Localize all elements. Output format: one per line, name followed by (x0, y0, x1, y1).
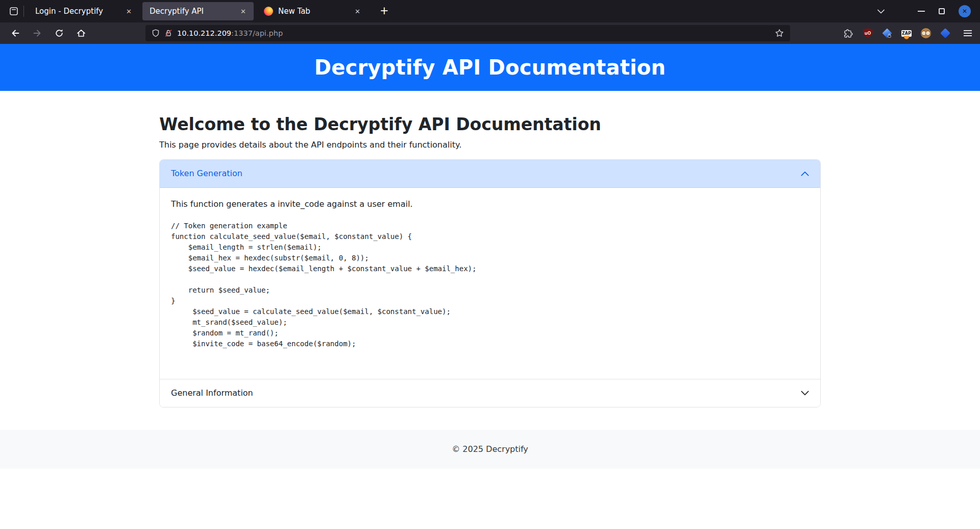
tab-decryptify-api[interactable]: Decryptify API ✕ (142, 2, 254, 20)
ublock-shield-icon: uO (863, 29, 873, 38)
tab-separator (23, 6, 24, 17)
home-icon (77, 29, 86, 38)
firefox-view-icon (9, 6, 19, 16)
foxyproxy-button[interactable] (940, 28, 950, 38)
firefox-logo-icon (264, 7, 273, 16)
tab-title: New Tab (278, 7, 347, 16)
window-close-button[interactable]: ✕ (959, 5, 971, 17)
token-generation-description: This function generates a invite_code ag… (171, 198, 809, 210)
url-text[interactable]: 10.10.212.209:1337/api.php (177, 29, 775, 37)
owl-icon (921, 28, 931, 38)
new-tab-button[interactable]: + (375, 5, 394, 18)
list-all-tabs-button[interactable] (874, 4, 888, 18)
extensions-puzzle-button[interactable] (843, 28, 853, 38)
token-generation-code-block: // Token generation example function cal… (171, 221, 809, 349)
banner-title: Decryptify API Documentation (314, 56, 666, 79)
accordion-title: General Information (171, 387, 253, 399)
accordion-body-token-generation: This function generates a invite_code ag… (160, 188, 820, 379)
owl-extension-button[interactable] (921, 28, 931, 38)
forward-arrow-icon (33, 29, 42, 38)
reload-button[interactable] (52, 26, 66, 40)
window-maximize-button[interactable] (939, 8, 945, 14)
accordion-title: Token Generation (171, 167, 242, 180)
close-tab-icon[interactable]: ✕ (124, 7, 134, 16)
back-arrow-icon (11, 29, 20, 38)
bookmark-star-icon[interactable] (775, 29, 784, 38)
window-controls: ✕ (918, 5, 971, 17)
browser-nav-toolbar: 10.10.212.209:1337/api.php uO ZAP (0, 22, 980, 44)
chevron-down-icon (801, 391, 809, 396)
blue-diamond-icon (940, 28, 950, 38)
page-footer: © 2025 Decryptify (0, 430, 980, 469)
browser-tab-bar: Login - Decryptify ✕ Decryptify API ✕ Ne… (0, 0, 980, 22)
zap-extension-button[interactable]: ZAP (901, 28, 912, 38)
nav-buttons (5, 26, 88, 40)
back-button[interactable] (8, 26, 22, 40)
window-minimize-button[interactable] (918, 11, 925, 12)
tab-new-tab[interactable]: New Tab ✕ (257, 2, 368, 20)
accordion-header-token-generation[interactable]: Token Generation (160, 160, 820, 188)
tracking-protection-shield-icon[interactable] (152, 29, 160, 37)
lock-icon (887, 33, 892, 38)
ublock-origin-button[interactable]: uO (863, 28, 873, 38)
reload-icon (55, 29, 64, 38)
page-subtitle: This page provides details about the API… (159, 139, 821, 151)
zap-fox-icon (904, 36, 909, 39)
chevron-down-icon (877, 9, 885, 14)
firefox-view-button[interactable] (5, 3, 22, 20)
privacy-gem-extension-button[interactable] (882, 28, 892, 38)
hamburger-menu-icon (964, 30, 972, 31)
insecure-lock-icon[interactable] (164, 29, 173, 37)
url-host: 10.10.212.209 (177, 29, 231, 37)
footer-copyright: © 2025 Decryptify (452, 444, 528, 454)
tab-login-decryptify[interactable]: Login - Decryptify ✕ (28, 2, 139, 20)
close-tab-icon[interactable]: ✕ (352, 7, 363, 16)
accordion-header-general-information[interactable]: General Information (160, 379, 820, 407)
app-menu-button[interactable] (961, 27, 975, 39)
page-heading: Welcome to the Decryptify API Documentat… (159, 114, 821, 135)
url-bar[interactable]: 10.10.212.209:1337/api.php (145, 25, 790, 41)
tabbar-right-controls: ✕ (874, 4, 975, 18)
url-path: :1337/api.php (231, 29, 283, 37)
forward-button[interactable] (30, 26, 44, 40)
api-accordion: Token Generation This function generates… (159, 159, 821, 407)
puzzle-piece-icon (844, 29, 853, 38)
page-banner: Decryptify API Documentation (0, 44, 980, 91)
tab-title: Login - Decryptify (35, 7, 118, 16)
home-button[interactable] (74, 26, 88, 40)
tab-title: Decryptify API (150, 7, 233, 16)
page-viewport: Decryptify API Documentation Welcome to … (0, 44, 980, 529)
chevron-up-icon (801, 171, 809, 176)
extension-icons: uO ZAP (843, 28, 950, 38)
content-container: Welcome to the Decryptify API Documentat… (159, 114, 821, 407)
close-tab-icon[interactable]: ✕ (238, 7, 249, 16)
